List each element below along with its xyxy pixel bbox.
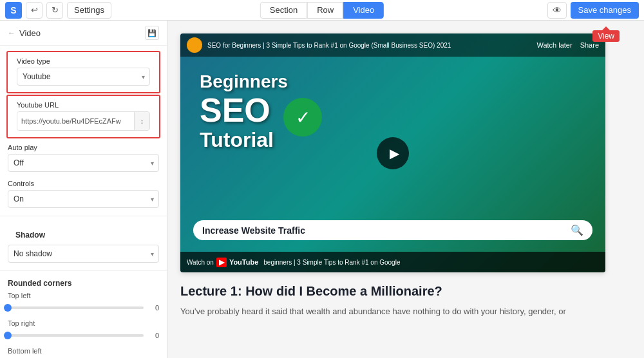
- controls-label: Controls: [8, 180, 159, 187]
- youtube-text: YouTube: [229, 258, 258, 266]
- save-icon: 💾: [147, 29, 156, 37]
- lecture-text: You've probably heard it said that wealt…: [180, 305, 631, 318]
- watch-on-group: Watch on ▶ YouTube: [187, 258, 258, 267]
- controls-group: Controls On Off ▾: [0, 176, 167, 212]
- divider-2: [0, 270, 167, 271]
- top-left-value: 0: [147, 304, 159, 312]
- shadow-section: Shadow No shadow Small Medium Large ▾: [0, 220, 167, 267]
- overlay-line3: Tutorial: [200, 129, 288, 151]
- section-nav-button[interactable]: Section: [260, 2, 307, 19]
- top-right-slider-track[interactable]: [8, 334, 144, 337]
- preview-button[interactable]: 👁: [547, 2, 567, 19]
- bottom-left-group: Bottom left: [8, 347, 159, 355]
- topbar: S ↩ ↻ Settings Section Row Video 👁 Save …: [0, 0, 644, 21]
- refresh-button[interactable]: ↻: [46, 2, 63, 19]
- autoplay-select-wrapper: Off On ▾: [8, 154, 159, 172]
- topbar-left: S ↩ ↻ Settings: [5, 2, 111, 19]
- sidebar-save-icon[interactable]: 💾: [145, 26, 159, 40]
- video-container: SEO for Beginners | 3 Simple Tips to Ran…: [180, 33, 605, 272]
- lecture-title: Lecture 1: How did I Become a Millionair…: [180, 284, 631, 299]
- top-left-group: Top left 0: [8, 292, 159, 314]
- shadow-select[interactable]: No shadow Small Medium Large: [8, 245, 159, 263]
- search-bar: Increase Website Traffic 🔍: [193, 220, 592, 240]
- video-type-section: Video type Youtube Vimeo Self-hosted ▾: [6, 51, 160, 93]
- video-nav-button[interactable]: Video: [343, 2, 384, 19]
- undo-button[interactable]: ↩: [26, 2, 43, 19]
- topbar-right: 👁 Save changes View: [547, 2, 639, 19]
- top-left-slider-track[interactable]: [8, 306, 144, 309]
- divider-1: [0, 216, 167, 216]
- top-right-slider-row: 0: [8, 329, 159, 342]
- content-area: SEO for Beginners | 3 Simple Tips to Ran…: [167, 21, 644, 358]
- settings-button[interactable]: Settings: [67, 2, 111, 19]
- video-avatar: [187, 37, 202, 53]
- back-arrow-icon: ←: [8, 28, 15, 37]
- youtube-logo: ▶: [216, 258, 227, 267]
- eye-icon: 👁: [553, 5, 562, 15]
- url-icon: ↕: [134, 112, 149, 130]
- video-topbar-actions: Watch later Share: [536, 41, 599, 49]
- shadow-title: Shadow: [8, 224, 159, 241]
- topbar-nav: Section Row Video: [260, 2, 384, 19]
- video-type-select-wrapper: Youtube Vimeo Self-hosted ▾: [17, 68, 150, 86]
- sidebar-title-group: ← Video: [8, 28, 41, 38]
- controls-select-wrapper: On Off ▾: [8, 190, 159, 208]
- youtube-url-section: Youtube URL ↕: [6, 95, 160, 138]
- url-field-wrapper: ↕: [17, 111, 150, 131]
- youtube-url-input[interactable]: [17, 112, 134, 130]
- youtube-url-label: Youtube URL: [17, 101, 150, 109]
- tooltip-text: View: [592, 30, 620, 42]
- checkmark-icon: ✓: [283, 98, 322, 137]
- bottom-left-label: Bottom left: [8, 347, 159, 355]
- video-type-label: Video type: [17, 57, 150, 65]
- watch-later-button[interactable]: Watch later: [536, 41, 572, 49]
- top-right-value: 0: [147, 332, 159, 339]
- main-layout: ← Video 💾 Video type Youtube Vimeo Self-…: [0, 21, 644, 358]
- autoplay-label: Auto play: [8, 144, 159, 151]
- rounded-corners-section: Rounded corners Top left 0 Top right: [0, 275, 167, 358]
- sidebar-header: ← Video 💾: [0, 21, 167, 46]
- shadow-select-wrapper: No shadow Small Medium Large ▾: [8, 245, 159, 263]
- top-right-label: Top right: [8, 319, 159, 327]
- play-icon: ▶: [390, 146, 399, 161]
- autoplay-group: Auto play Off On ▾: [0, 140, 167, 176]
- play-button[interactable]: ▶: [377, 137, 409, 169]
- top-right-group: Top right 0: [8, 319, 159, 342]
- top-left-slider-thumb[interactable]: [4, 304, 12, 312]
- overlay-line2: SEO: [200, 92, 288, 129]
- rounded-title: Rounded corners: [8, 279, 159, 288]
- video-topbar: SEO for Beginners | 3 Simple Tips to Ran…: [180, 33, 605, 57]
- save-button[interactable]: Save changes: [571, 2, 639, 19]
- autoplay-select[interactable]: Off On: [8, 154, 159, 172]
- view-tooltip: View: [592, 26, 620, 42]
- video-title-text: SEO for Beginners | 3 Simple Tips to Ran…: [207, 42, 531, 49]
- top-right-slider-thumb[interactable]: [4, 332, 12, 339]
- video-bottom-bar: Watch on ▶ YouTube beginners | 3 Simple …: [180, 252, 605, 272]
- overlay-line1: Beginners: [200, 72, 288, 92]
- video-thumbnail[interactable]: SEO for Beginners | 3 Simple Tips to Ran…: [180, 33, 605, 272]
- top-left-label: Top left: [8, 292, 159, 299]
- sidebar: ← Video 💾 Video type Youtube Vimeo Self-…: [0, 21, 167, 358]
- tooltip-arrow: [602, 26, 610, 30]
- logo-icon: S: [5, 2, 22, 19]
- top-left-slider-row: 0: [8, 301, 159, 314]
- controls-select[interactable]: On Off: [8, 190, 159, 208]
- video-overlay: Beginners SEO Tutorial: [200, 72, 288, 151]
- video-type-group: Video type Youtube Vimeo Self-hosted ▾: [9, 53, 158, 90]
- row-nav-button[interactable]: Row: [307, 2, 343, 19]
- sidebar-title: Video: [19, 28, 41, 38]
- watch-on-text: Watch on: [187, 259, 214, 266]
- share-button[interactable]: Share: [580, 41, 599, 49]
- video-bottom-title: beginners | 3 Simple Tips to Rank #1 on …: [263, 259, 400, 266]
- youtube-url-group: Youtube URL ↕: [9, 97, 158, 135]
- video-type-select[interactable]: Youtube Vimeo Self-hosted: [17, 68, 150, 86]
